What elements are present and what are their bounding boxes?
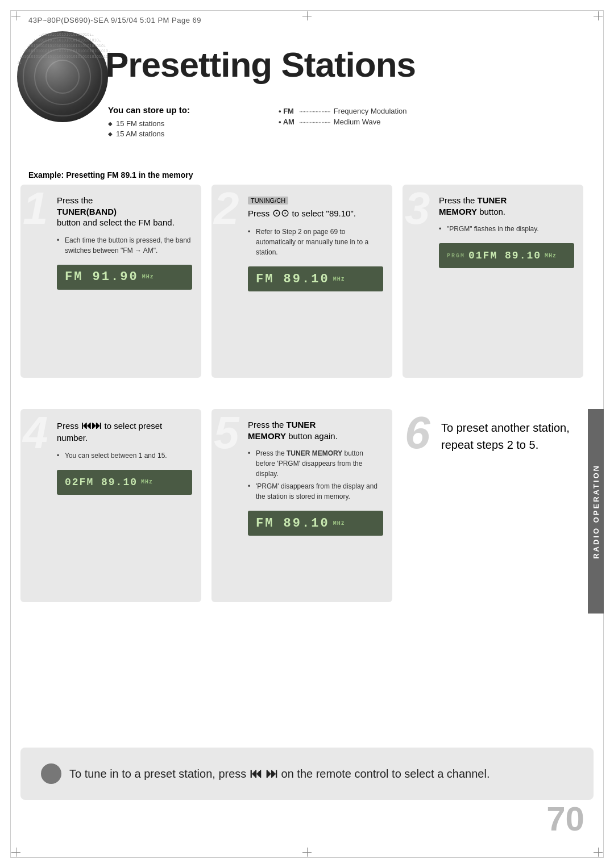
- fm-am-section: • FM ····················· Frequency Mod…: [279, 107, 407, 128]
- step-4-lcd-text: 02FM 89.10: [65, 477, 138, 488]
- step-5-lcd-text: FM 89.10: [256, 516, 330, 531]
- bottom-text-1: To tune in to a preset station, press: [69, 767, 246, 780]
- step-1-content: Press the TUNER(BAND) button and select …: [30, 195, 192, 290]
- example-label: Example: Presetting FM 89.1 in the memor…: [28, 170, 193, 180]
- ring-3: [45, 60, 80, 94]
- steps-top-row: 1 Press the TUNER(BAND) button and selec…: [20, 185, 594, 378]
- step-3-lcd: PRGM 01FM 89.10 MHz: [439, 243, 574, 268]
- step-1-bullet-1: Each time the button is pressed, the ban…: [57, 235, 192, 256]
- step-3-bullet-1: "PRGM" flashes in the display.: [439, 224, 574, 234]
- step-4-box: 4 Press ⏮⏭ to select preset number. You …: [20, 409, 201, 602]
- step-1-title-plain: Press the: [57, 195, 93, 205]
- bottom-media-icon: ⏮ ⏭: [250, 766, 278, 781]
- meta-line: 43P~80P(DS690)-SEA 9/15/04 5:01 PM Page …: [28, 16, 201, 24]
- step-1-title-bold: TUNER(BAND): [57, 207, 117, 216]
- step-5-title: Press the TUNER MEMORY button again.: [248, 419, 383, 441]
- step-2-title-plain: Press: [248, 208, 269, 218]
- store-heading: You can store up to:: [108, 105, 190, 115]
- step-2-title: Press ⊙⊙ to select "89.10".: [248, 207, 383, 220]
- crosshair-bottom-center: [301, 846, 313, 858]
- tuning-label: TUNING/CH: [248, 197, 288, 205]
- step-4-symbol: ⏮⏭: [81, 420, 105, 431]
- step-3-prgm: PRGM: [447, 253, 465, 259]
- am-stations-text: 15 AM stations: [116, 130, 164, 138]
- step-5-lcd: FM 89.10 MHz: [248, 511, 383, 536]
- store-section: You can store up to: ◆ 15 FM stations ◆ …: [108, 105, 190, 140]
- am-desc: Medium Wave: [334, 118, 381, 126]
- step-3-bullets: "PRGM" flashes in the display.: [439, 224, 574, 234]
- step-6-content: To preset another station, repeat steps …: [412, 419, 574, 453]
- step-4-title-plain: Press: [57, 421, 78, 431]
- step-3-title-plain: Press the: [439, 195, 475, 205]
- step-5-content: Press the TUNER MEMORY button again. Pre…: [221, 419, 383, 536]
- step-1-lcd-unit: MHz: [142, 274, 154, 280]
- bottom-circle-icon: [41, 763, 61, 784]
- crosshair-bottom-right: [592, 846, 604, 858]
- step-1-lcd-text: FM 91.90: [65, 270, 139, 284]
- step-4-content: Press ⏮⏭ to select preset number. You ca…: [30, 419, 192, 495]
- page-title: Presetting Stations: [105, 44, 416, 85]
- am-stations-item: ◆ 15 AM stations: [108, 130, 190, 138]
- step-3-title-rest: button.: [479, 207, 505, 216]
- step-6-title: To preset another station, repeat steps …: [441, 419, 574, 453]
- am-dots: ·····················: [299, 118, 330, 126]
- step-2-bullets: Refer to Step 2 on page 69 to automatica…: [248, 227, 383, 257]
- step-2-box: 2 TUNING/CH Press ⊙⊙ to select "89.10". …: [211, 185, 392, 378]
- step-1-title: Press the TUNER(BAND) button and select …: [57, 195, 192, 228]
- fm-desc: Frequency Modulation: [334, 107, 407, 115]
- step-5-title-bold2: MEMORY: [248, 431, 286, 441]
- step-1-box: 1 Press the TUNER(BAND) button and selec…: [20, 185, 201, 378]
- am-label: • AM: [279, 118, 296, 126]
- step-1-title-rest: button and select the FM band.: [57, 218, 175, 227]
- step-5-bullets: Press the TUNER MEMORY button before 'PR…: [248, 448, 383, 502]
- fm-stations-item: ◆ 15 FM stations: [108, 119, 190, 128]
- step-4-bullets: You can select between 1 and 15.: [57, 450, 192, 461]
- crosshair-top-center: [301, 10, 313, 22]
- fm-row: • FM ····················· Frequency Mod…: [279, 107, 407, 115]
- fm-label: • FM: [279, 107, 296, 115]
- crosshair-top-right: [592, 10, 604, 22]
- fm-dots: ·····················: [299, 107, 330, 115]
- step-5-title-plain: Press the: [248, 420, 284, 429]
- step-4-lcd: 02FM 89.10 MHz: [57, 470, 192, 495]
- crosshair-top-left: [10, 10, 22, 22]
- step-2-symbol: ⊙⊙: [272, 207, 292, 219]
- step-3-content: Press the TUNER MEMORY button. "PRGM" fl…: [412, 195, 574, 268]
- speaker-circle: [17, 31, 108, 122]
- diamond-icon-1: ◆: [108, 120, 113, 127]
- diamond-icon-2: ◆: [108, 131, 113, 137]
- page-number: 70: [546, 799, 584, 838]
- step-5-title-bold: TUNER: [287, 420, 316, 429]
- step-5-bullet-2: 'PRGM' disappears from the display and t…: [248, 481, 383, 502]
- crosshair-bottom-left: [10, 846, 22, 858]
- step-6-box: 6 To preset another station, repeat step…: [403, 409, 583, 602]
- step-4-bullet-1: You can select between 1 and 15.: [57, 450, 192, 461]
- step-3-lcd-unit: MHz: [545, 253, 557, 259]
- step-5-box: 5 Press the TUNER MEMORY button again. P…: [211, 409, 392, 602]
- bottom-text-2: on the remote control to select a channe…: [281, 767, 490, 780]
- step-2-lcd: FM 89.10 MHz: [248, 266, 383, 291]
- step-2-title-rest: to select "89.10".: [292, 208, 356, 218]
- step-2-bullet-1: Refer to Step 2 on page 69 to automatica…: [248, 227, 383, 257]
- steps-bottom-row: 4 Press ⏮⏭ to select preset number. You …: [20, 409, 594, 602]
- am-row: • AM ····················· Medium Wave: [279, 118, 407, 126]
- step-5-bullet-1: Press the TUNER MEMORY button before 'PR…: [248, 448, 383, 479]
- step-3-title-bold2: MEMORY: [439, 207, 477, 216]
- step-5-title-rest: button again.: [288, 431, 338, 441]
- radio-operation-sidebar: RADIO OPERATION: [588, 409, 604, 614]
- bottom-text: To tune in to a preset station, press ⏮ …: [69, 763, 489, 783]
- step-2-lcd-text: FM 89.10: [256, 272, 330, 286]
- step-3-title: Press the TUNER MEMORY button.: [439, 195, 574, 217]
- step-1-lcd: FM 91.90 MHz: [57, 265, 192, 290]
- step-5-lcd-unit: MHz: [333, 520, 345, 527]
- store-list: ◆ 15 FM stations ◆ 15 AM stations: [108, 119, 190, 138]
- step-4-lcd-unit: MHz: [141, 479, 153, 485]
- step-4-title: Press ⏮⏭ to select preset number.: [57, 419, 192, 444]
- step-1-bullets: Each time the button is pressed, the ban…: [57, 235, 192, 256]
- fm-stations-text: 15 FM stations: [116, 119, 164, 128]
- step-3-title-bold: TUNER: [478, 195, 507, 205]
- step-2-content: TUNING/CH Press ⊙⊙ to select "89.10". Re…: [221, 195, 383, 291]
- step-2-lcd-unit: MHz: [333, 276, 345, 282]
- step-3-lcd-text: 01FM 89.10: [468, 250, 541, 261]
- bottom-info-box: To tune in to a preset station, press ⏮ …: [20, 748, 594, 800]
